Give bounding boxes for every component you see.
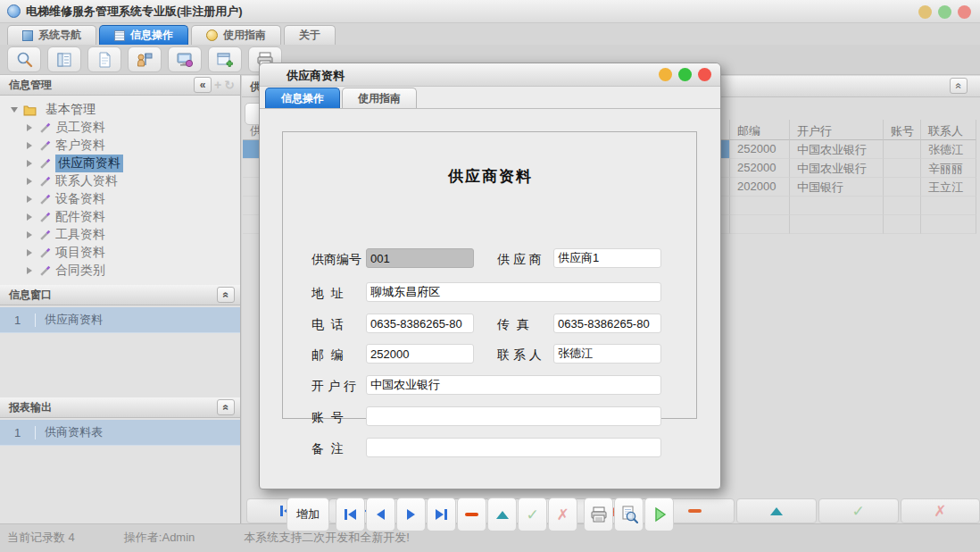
edit-icon — [496, 511, 509, 519]
tree-item-tools[interactable]: 工具资料 — [0, 226, 240, 244]
collapsed-arrow-icon[interactable] — [27, 124, 32, 131]
dialog-maximize-button[interactable] — [678, 68, 692, 81]
next-record-button[interactable] — [396, 498, 426, 531]
dialog-tab-bar: 信息操作 使用指南 — [265, 88, 417, 108]
form-title: 供应商资料 — [283, 166, 698, 187]
collapse-panel-button[interactable]: « — [217, 287, 235, 303]
collapsed-arrow-icon[interactable] — [27, 196, 32, 203]
cancel-button[interactable]: ✗ — [548, 498, 577, 531]
bank-field[interactable] — [366, 375, 661, 395]
run-button[interactable] — [644, 498, 674, 531]
navigation-icon — [22, 30, 33, 41]
print-button[interactable] — [584, 498, 613, 531]
account-field[interactable] — [366, 406, 661, 426]
dialog-minimize-button[interactable] — [659, 68, 672, 81]
wand-icon — [39, 194, 51, 205]
sidebar: 信息管理 « + ↻ 基本管理 员工资料 客户资料 供应商资料 — [0, 75, 241, 523]
minimize-button[interactable] — [918, 5, 932, 19]
window-titlebar: 电梯维修服务管理系统专业版(非注册用户) — [0, 0, 980, 23]
info-window-list-item[interactable]: 1 供应商资料 — [0, 307, 240, 333]
bank-label: 开 户 行 — [311, 379, 356, 395]
dialog-titlebar: 供应商资料 — [260, 63, 720, 87]
tab-system-navigation[interactable]: 系统导航 — [7, 25, 96, 45]
edit-record-button[interactable] — [736, 498, 817, 523]
expanded-arrow-icon[interactable] — [11, 107, 18, 113]
address-field[interactable] — [366, 282, 661, 302]
print-preview-button[interactable] — [614, 498, 644, 531]
cancel-button[interactable]: ✗ — [901, 498, 980, 523]
collapse-content-button[interactable]: « — [950, 78, 968, 94]
tab-user-guide[interactable]: 使用指南 — [191, 25, 281, 45]
app-logo-icon — [7, 4, 21, 18]
printer-icon — [590, 506, 608, 523]
collapsed-arrow-icon[interactable] — [27, 142, 32, 149]
wand-icon — [39, 140, 51, 152]
collapsed-arrow-icon[interactable] — [27, 178, 32, 185]
tree-item-contract-type[interactable]: 合同类别 — [0, 262, 240, 280]
supplier-label: 供 应 商 — [497, 252, 542, 268]
tree-item-equipment[interactable]: 设备资料 — [0, 190, 240, 208]
supplier-no-field[interactable] — [366, 248, 474, 268]
last-record-button[interactable] — [427, 498, 456, 531]
window-add-button[interactable] — [208, 46, 242, 72]
maximize-button[interactable] — [938, 5, 951, 19]
tree-item-supplier[interactable]: 供应商资料 — [0, 155, 240, 172]
phone-field[interactable] — [366, 314, 474, 333]
dialog-tab-info-operation[interactable]: 信息操作 — [265, 88, 340, 108]
prev-record-button[interactable] — [366, 498, 395, 531]
tab-info-operation[interactable]: 信息操作 — [99, 25, 188, 45]
dialog-close-button[interactable] — [698, 68, 711, 81]
tree-root-basic-management[interactable]: 基本管理 — [0, 101, 240, 119]
zip-field[interactable] — [366, 344, 474, 364]
wand-icon — [39, 158, 51, 170]
collapsed-arrow-icon[interactable] — [27, 213, 32, 221]
close-button[interactable] — [958, 5, 971, 19]
dialog-body: 供应商资料 供商编号 供 应 商 地 址 电 话 传 真 邮 编 联 系 人 开… — [260, 108, 720, 489]
zip-label: 邮 编 — [311, 347, 344, 364]
operator-text: 操作者:Admin — [124, 530, 195, 546]
tree-item-project[interactable]: 项目资料 — [0, 244, 240, 262]
collapsed-arrow-icon[interactable] — [27, 231, 32, 238]
collapsed-arrow-icon[interactable] — [27, 160, 32, 167]
info-management-panel-header: 信息管理 « + ↻ — [0, 75, 240, 96]
tree-item-employee[interactable]: 员工资料 — [0, 119, 240, 137]
contact-field[interactable] — [553, 344, 661, 364]
collapse-panel-button[interactable]: « — [217, 399, 235, 415]
edit-record-button[interactable] — [487, 498, 517, 531]
search-button[interactable] — [7, 46, 41, 72]
user-report-button[interactable] — [128, 46, 162, 72]
window-title: 电梯维修服务管理系统专业版(非注册用户) — [26, 4, 243, 20]
report-list-item[interactable]: 1 供商资料表 — [0, 420, 240, 446]
fax-field[interactable] — [553, 314, 661, 333]
collapsed-arrow-icon[interactable] — [27, 249, 32, 256]
list-view-icon — [55, 51, 73, 69]
remark-label: 备 注 — [311, 441, 344, 457]
list-view-button[interactable] — [47, 46, 81, 72]
confirm-button[interactable]: ✓ — [818, 498, 899, 523]
contact-label: 联 系 人 — [497, 347, 542, 364]
confirm-button[interactable]: ✓ — [518, 498, 547, 531]
document-button[interactable] — [87, 46, 121, 72]
add-button[interactable]: 增加 — [287, 498, 329, 531]
x-icon: ✗ — [556, 506, 569, 524]
supplier-field[interactable] — [553, 248, 661, 268]
collapse-sidebar-button[interactable]: « — [194, 77, 212, 93]
selected-tree-item: 供应商资料 — [55, 155, 123, 172]
tree-item-parts[interactable]: 配件资料 — [0, 208, 240, 226]
check-icon: ✓ — [852, 502, 865, 521]
delete-record-button[interactable] — [457, 498, 486, 531]
dialog-tab-user-guide[interactable]: 使用指南 — [342, 88, 417, 108]
address-label: 地 址 — [311, 286, 344, 302]
info-windows-list: 1 供应商资料 — [0, 305, 240, 397]
search-icon — [15, 51, 33, 69]
tree-item-customer[interactable]: 客户资料 — [0, 137, 240, 155]
remark-field[interactable] — [366, 438, 661, 457]
monitor-web-button[interactable] — [168, 46, 202, 72]
tree-item-contact[interactable]: 联系人资料 — [0, 172, 240, 190]
status-message: 本系统支持二次开发和全新开发! — [244, 530, 410, 546]
tab-about[interactable]: 关于 — [284, 25, 336, 45]
collapsed-arrow-icon[interactable] — [27, 267, 32, 274]
wand-icon — [39, 230, 51, 241]
first-record-button[interactable] — [336, 498, 365, 531]
add-icon: + — [214, 78, 221, 92]
